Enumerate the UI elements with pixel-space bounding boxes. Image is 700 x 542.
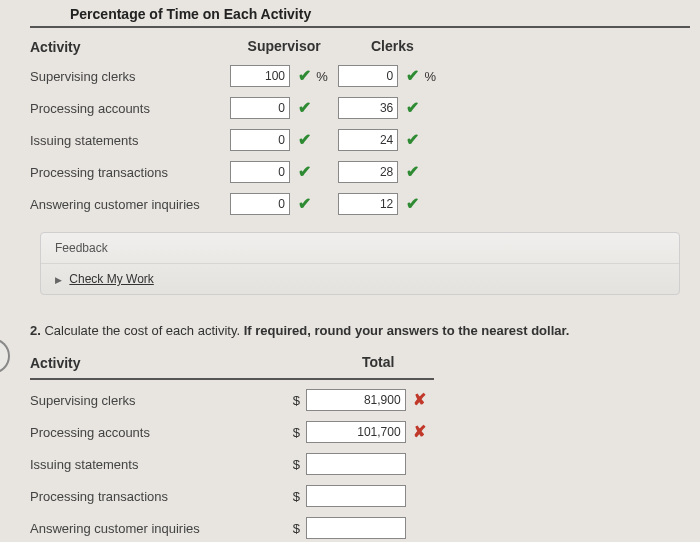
clerks-input[interactable]: 24 [338,129,398,151]
check-icon: ✔ [406,196,419,212]
col-activity: Activity [30,32,230,60]
row-label: Supervising clerks [30,60,230,92]
percent-unit: % [425,69,439,84]
check-my-work-link[interactable]: Check My Work [69,272,153,286]
cost-table: Activity Total Supervising clerks $ 81,9… [30,348,434,542]
section1-title: Percentage of Time on Each Activity [30,0,690,28]
question-text-b: If required, round your answers to the n… [244,323,570,338]
clerks-input[interactable]: 36 [338,97,398,119]
time-table: Activity Supervisor Clerks Supervising c… [30,32,447,220]
col-supervisor: Supervisor [230,32,338,60]
dollar-sign: $ [290,457,300,472]
total-input[interactable] [306,485,406,507]
total-input[interactable]: 101,700 [306,421,406,443]
total-input[interactable]: 81,900 [306,389,406,411]
check-icon: ✔ [406,164,419,180]
dollar-sign: $ [290,489,300,504]
check-icon: ✔ [298,68,311,84]
row-label: Issuing statements [30,448,290,480]
check-icon: ✔ [298,132,311,148]
percent-unit: % [316,69,330,84]
check-icon: ✔ [298,196,311,212]
clerks-input[interactable]: 0 [338,65,398,87]
supervisor-input[interactable]: 100 [230,65,290,87]
col-clerks: Clerks [338,32,446,60]
total-input[interactable] [306,453,406,475]
row-label: Processing accounts [30,92,230,124]
clerks-input[interactable]: 12 [338,193,398,215]
row-label: Processing transactions [30,156,230,188]
check-icon: ✔ [406,68,419,84]
check-icon: ✔ [406,132,419,148]
check-my-work-row: ▶ Check My Work [41,264,679,294]
row-label: Processing transactions [30,480,290,512]
check-icon: ✔ [298,164,311,180]
triangle-icon: ▶ [55,275,62,285]
cross-icon: ✘ [413,392,426,408]
supervisor-input[interactable]: 0 [230,129,290,151]
row-label: Answering customer inquiries [30,188,230,220]
row-label: Answering customer inquiries [30,512,290,542]
total-input[interactable] [306,517,406,539]
dollar-sign: $ [290,425,300,440]
clerks-input[interactable]: 28 [338,161,398,183]
check-icon: ✔ [406,100,419,116]
supervisor-input[interactable]: 0 [230,161,290,183]
col-activity: Activity [30,348,290,376]
check-icon: ✔ [298,100,311,116]
feedback-label: Feedback [41,233,679,264]
col-total: Total [290,348,434,376]
question2-prompt: 2. Calculate the cost of each activity. … [30,309,690,348]
question-number: 2. [30,323,41,338]
row-label: Processing accounts [30,416,290,448]
row-label: Issuing statements [30,124,230,156]
table-divider [30,378,434,380]
row-label: Supervising clerks [30,384,290,416]
cross-icon: ✘ [413,424,426,440]
supervisor-input[interactable]: 0 [230,97,290,119]
dollar-sign: $ [290,521,300,536]
dollar-sign: $ [290,393,300,408]
question-text-a: Calculate the cost of each activity. [44,323,243,338]
feedback-panel: Feedback ▶ Check My Work [40,232,680,295]
supervisor-input[interactable]: 0 [230,193,290,215]
